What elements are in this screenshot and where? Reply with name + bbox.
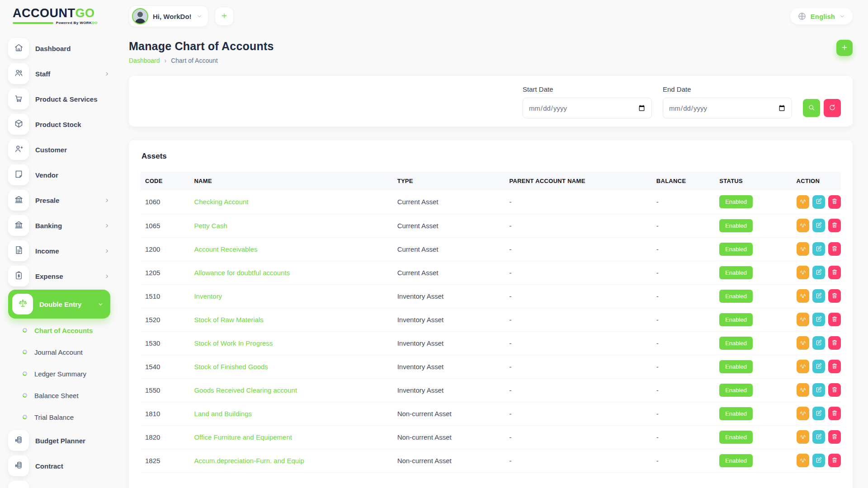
edit-icon (815, 197, 822, 206)
sidebar-item-label: Contract (35, 462, 63, 470)
start-date-input[interactable] (523, 98, 652, 118)
search-button[interactable] (803, 99, 820, 117)
edit-icon (815, 268, 822, 277)
reset-button[interactable] (824, 99, 841, 117)
sidebar-subitem-label: Chart of Accounts (34, 327, 93, 334)
sidebar-item-income[interactable]: Income (8, 238, 110, 263)
sidebar-item-staff[interactable]: Staff (8, 61, 110, 86)
activity-action-button[interactable] (797, 242, 809, 256)
delete-action-button[interactable] (828, 407, 841, 420)
account-name-link[interactable]: Stock of Raw Materials (194, 316, 263, 324)
sidebar-item-product-services[interactable]: Product & Services (8, 86, 110, 112)
edit-action-button[interactable] (812, 219, 825, 232)
sidebar-item-label: Expense (35, 272, 63, 280)
sidebar-item-expense[interactable]: Expense (8, 263, 110, 289)
activity-action-button[interactable] (797, 266, 809, 279)
edit-action-button[interactable] (812, 313, 825, 326)
edit-action-button[interactable] (812, 336, 825, 350)
wave-icon (799, 409, 807, 418)
activity-action-button[interactable] (797, 430, 809, 444)
sidebar-item-double-entry[interactable]: Double Entry (8, 290, 110, 319)
account-name-link[interactable]: Goods Received Clearing account (194, 386, 297, 394)
delete-action-button[interactable] (828, 360, 841, 373)
account-name-link[interactable]: Accum.depreciation-Furn. and Equip (194, 457, 304, 465)
account-name-link[interactable]: Office Furniture and Equipement (194, 433, 292, 441)
delete-action-button[interactable] (828, 266, 841, 279)
edit-action-button[interactable] (812, 195, 825, 209)
sidebar-item-budget-planner[interactable]: Budget Planner (8, 428, 110, 453)
activity-action-button[interactable] (797, 360, 809, 373)
edit-action-button[interactable] (812, 360, 825, 373)
delete-action-button[interactable] (828, 195, 841, 209)
sidebar-subitem-balance-sheet[interactable]: Balance Sheet (8, 385, 110, 406)
delete-action-button[interactable] (828, 336, 841, 350)
account-type: Current Asset (393, 190, 505, 214)
sidebar-subitem-label: Trial Balance (34, 413, 74, 421)
delete-action-button[interactable] (828, 313, 841, 326)
activity-action-button[interactable] (797, 454, 809, 467)
activity-action-button[interactable] (797, 336, 809, 350)
table-row: 1065 Petty Cash Current Asset - - Enable… (141, 214, 841, 237)
delete-action-button[interactable] (828, 383, 841, 397)
sidebar-item-vendor[interactable]: Vendor (8, 162, 110, 188)
activity-action-button[interactable] (797, 407, 809, 420)
activity-action-button[interactable] (797, 289, 809, 303)
edit-action-button[interactable] (812, 266, 825, 279)
account-name-link[interactable]: Stock of Work In Progress (194, 339, 273, 347)
account-name-link[interactable]: Land and Buildings (194, 410, 252, 418)
trash-icon (831, 409, 838, 418)
brand-logo[interactable]: ACCOUNTGO Powered By WORKDO (8, 0, 98, 27)
sidebar-item-partial[interactable] (8, 481, 29, 488)
user-menu[interactable]: Hi, WorkDo! (129, 5, 208, 27)
account-type: Non-current Asset (393, 402, 505, 425)
edit-icon (815, 245, 822, 253)
delete-action-button[interactable] (828, 430, 841, 444)
edit-action-button[interactable] (812, 454, 825, 467)
sidebar-subitem-trial-balance[interactable]: Trial Balance (8, 406, 110, 428)
delete-action-button[interactable] (828, 289, 841, 303)
edit-action-button[interactable] (812, 383, 825, 397)
sidebar-subitem-journal-account[interactable]: Journal Account (8, 341, 110, 363)
edit-action-button[interactable] (812, 407, 825, 420)
sidebar-item-dashboard[interactable]: Dashboard (8, 36, 110, 61)
sidebar-item-customer[interactable]: Customer (8, 137, 110, 162)
chevron-right-icon (104, 273, 110, 280)
sidebar-item-contract[interactable]: Contract (8, 453, 110, 479)
cart-icon (14, 94, 24, 105)
language-selector[interactable]: English (790, 8, 853, 24)
chevron-down-icon (196, 13, 203, 19)
delete-action-button[interactable] (828, 242, 841, 256)
edit-action-button[interactable] (812, 242, 825, 256)
activity-action-button[interactable] (797, 313, 809, 326)
sidebar-subitem-chart-of-accounts[interactable]: Chart of Accounts (8, 319, 110, 341)
sidebar-item-label: Double Entry (39, 300, 81, 308)
sidebar-subitem-ledger-summary[interactable]: Ledger Summary (8, 363, 110, 385)
page-header: Manage Chart of Accounts Dashboard › Cha… (129, 40, 853, 64)
activity-action-button[interactable] (797, 383, 809, 397)
delete-action-button[interactable] (828, 219, 841, 232)
sidebar-item-label: Product Stock (35, 121, 81, 128)
delete-action-button[interactable] (828, 454, 841, 467)
account-name-link[interactable]: Checking Account (194, 198, 248, 206)
sidebar-item-banking[interactable]: Banking (8, 213, 110, 238)
edit-action-button[interactable] (812, 430, 825, 444)
account-name-link[interactable]: Stock of Finished Goods (194, 363, 268, 371)
account-balance: - (652, 355, 715, 378)
breadcrumb-dashboard-link[interactable]: Dashboard (129, 57, 160, 64)
account-name-link[interactable]: Inventory (194, 292, 222, 300)
end-date-input[interactable] (663, 98, 792, 118)
create-account-button[interactable] (836, 40, 853, 56)
account-name-link[interactable]: Petty Cash (194, 222, 227, 230)
account-name-link[interactable]: Allowance for doubtful accounts (194, 269, 290, 277)
sidebar-item-product-stock[interactable]: Product Stock (8, 112, 110, 137)
parent-account-name: - (505, 237, 651, 261)
edit-action-button[interactable] (812, 289, 825, 303)
sidebar-subitem-label: Balance Sheet (34, 392, 79, 399)
account-name-link[interactable]: Account Receivables (194, 245, 257, 253)
chevron-down-icon (839, 13, 845, 19)
status-badge: Enabled (719, 407, 753, 420)
activity-action-button[interactable] (797, 195, 809, 209)
quick-add-button[interactable] (215, 7, 234, 26)
activity-action-button[interactable] (797, 219, 809, 232)
sidebar-item-presale[interactable]: Presale (8, 188, 110, 213)
